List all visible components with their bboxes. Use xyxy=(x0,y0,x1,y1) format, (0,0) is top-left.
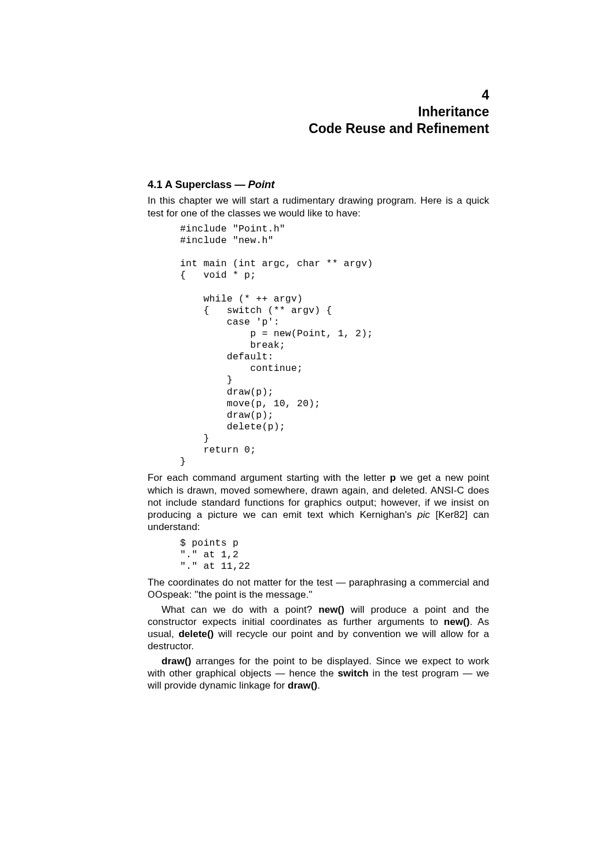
section-number: 4.1 xyxy=(148,178,162,190)
section-title-italic: Point xyxy=(248,178,275,190)
chapter-title-line-2: Code Reuse and Refinement xyxy=(148,120,489,137)
section-title-prefix: A Superclass — xyxy=(165,178,245,190)
bold-delete: delete() xyxy=(178,628,214,639)
smallcaps-oo: OO xyxy=(148,590,163,599)
chapter-header: 4 Inheritance Code Reuse and Refinement xyxy=(148,87,489,137)
bold-draw-2: draw() xyxy=(288,680,317,691)
paragraph-2: For each command argument starting with … xyxy=(148,472,489,533)
paragraph-5: draw() arranges for the point to be disp… xyxy=(148,655,489,692)
chapter-number: 4 xyxy=(148,87,489,104)
text-run: The coordinates do not matter for the te… xyxy=(148,577,489,588)
text-run: . xyxy=(317,680,320,691)
text-run: For each command argument starting with … xyxy=(148,472,390,483)
bold-new-2: new() xyxy=(444,616,470,627)
bold-letter-p: p xyxy=(390,472,396,483)
section-heading: 4.1 A Superclass — Point xyxy=(148,178,489,191)
bold-draw-1: draw() xyxy=(161,656,191,667)
bold-new-1: new() xyxy=(318,604,344,615)
code-block-2: $ points p "." at 1,2 "." at 11,22 xyxy=(180,538,489,572)
page: 4 Inheritance Code Reuse and Refinement … xyxy=(0,0,613,868)
content-column: 4 Inheritance Code Reuse and Refinement … xyxy=(148,87,489,694)
paragraph-3: The coordinates do not matter for the te… xyxy=(148,576,489,601)
bold-switch: switch xyxy=(337,668,368,679)
paragraph-1: In this chapter we will start a rudiment… xyxy=(148,194,489,219)
chapter-title-line-1: Inheritance xyxy=(148,104,489,120)
text-run: What can we do with a point? xyxy=(161,604,318,615)
paragraph-4: What can we do with a point? new() will … xyxy=(148,604,489,653)
italic-pic: pic xyxy=(417,509,430,520)
text-run: speak: ''the point is the message.'' xyxy=(163,589,313,600)
code-block-1: #include "Point.h" #include "new.h" int … xyxy=(180,223,489,468)
